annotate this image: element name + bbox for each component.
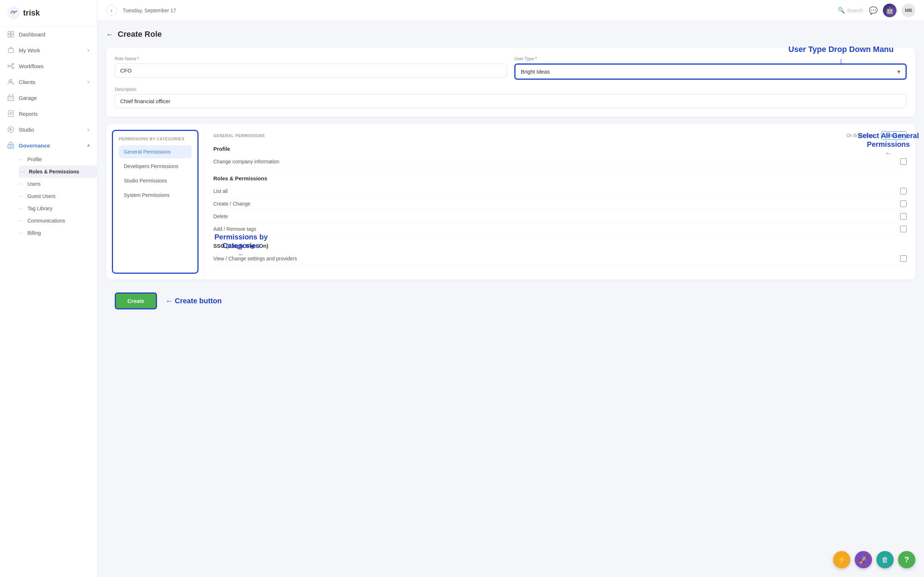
chat-icon[interactable]: 💬 [869, 6, 878, 15]
role-name-input[interactable] [115, 63, 507, 77]
perm-section-profile: Profile Change company information [213, 146, 907, 168]
topbar-icons: 💬 🤖 MB [869, 3, 915, 17]
sidebar-label-garage: Garage [19, 95, 37, 101]
fab-trash[interactable]: 🗑 [876, 551, 894, 568]
sidebar-label-my-work: My Work [19, 47, 40, 53]
create-role-form: Role Name * User Type * Bright Ideas Gen… [106, 48, 915, 117]
main-content: ‹ Tuesday, September 17 🔍 Search 💬 🤖 MB … [97, 0, 924, 577]
fab-help[interactable]: ? [898, 551, 915, 568]
subnav-users[interactable]: Users [19, 178, 97, 190]
topbar-search[interactable]: 🔍 Search [838, 7, 863, 14]
logo: trisk [0, 0, 97, 26]
perm-heading-sso: SSO (Single Sign On) [213, 243, 907, 249]
annotation-create-button: ← Create button [166, 297, 222, 305]
sidebar: trisk Dashboard My Work ∨ Workflows Clie… [0, 0, 97, 577]
permissions-card: PERMISSIONS BY CATEGORIES General Permis… [106, 124, 915, 279]
chevron-down-icon: ∨ [87, 48, 90, 53]
user-avatar[interactable]: MB [901, 3, 915, 17]
select-all-button[interactable]: Select All [881, 131, 907, 140]
sidebar-item-studio[interactable]: Studio ∨ [0, 121, 97, 137]
svg-rect-4 [8, 35, 10, 37]
permissions-header: GENERAL PERMISSIONS On Bright Idea... Se… [213, 131, 907, 140]
category-system[interactable]: System Permissions [119, 189, 192, 201]
svg-rect-6 [8, 49, 13, 53]
role-name-group: Role Name * [115, 56, 507, 80]
svg-point-1 [13, 12, 15, 14]
permissions-content: GENERAL PERMISSIONS On Bright Idea... Se… [204, 124, 915, 279]
permissions-categories: PERMISSIONS BY CATEGORIES General Permis… [112, 130, 199, 274]
perm-checkbox[interactable] [900, 255, 907, 262]
topbar-back-button[interactable]: ‹ [106, 5, 117, 16]
subnav-billing[interactable]: Billing [19, 227, 97, 239]
sidebar-label-dashboard: Dashboard [19, 31, 45, 37]
svg-rect-3 [11, 31, 14, 34]
perm-label: List all [213, 188, 228, 194]
sidebar-item-dashboard[interactable]: Dashboard [0, 26, 97, 42]
perm-heading-roles: Roles & Permissions [213, 175, 907, 181]
permissions-header-right: On Bright Idea... Select All [846, 131, 907, 140]
description-label: Description [115, 87, 907, 92]
topbar: ‹ Tuesday, September 17 🔍 Search 💬 🤖 MB [97, 0, 924, 21]
subnav-tag-library[interactable]: Tag Library [19, 202, 97, 214]
perm-row: View / Change settings and providers [213, 253, 907, 265]
svg-rect-11 [8, 96, 14, 101]
fab-container: ⚡ 🚀 🗑 ? [833, 551, 915, 568]
user-type-select[interactable]: Bright Ideas General Admin [515, 64, 906, 79]
sidebar-label-workflows: Workflows [19, 63, 44, 69]
description-input[interactable] [115, 94, 907, 108]
sidebar-item-my-work[interactable]: My Work ∨ [0, 42, 97, 58]
perm-checkbox[interactable] [900, 200, 907, 207]
category-studio[interactable]: Studio Permissions [119, 174, 192, 187]
perm-checkbox[interactable] [900, 226, 907, 232]
categories-title: PERMISSIONS BY CATEGORIES [119, 137, 192, 141]
svg-point-9 [12, 67, 14, 69]
sidebar-item-garage[interactable]: Garage [0, 90, 97, 106]
page-header: ← Create Role [106, 29, 915, 39]
perm-label: Create / Change [213, 201, 250, 206]
svg-point-10 [9, 80, 11, 82]
sidebar-item-governance[interactable]: Governance ∧ [0, 137, 97, 153]
perm-checkbox[interactable] [900, 213, 907, 220]
description-group: Description [115, 87, 907, 108]
page-back-arrow[interactable]: ← [106, 30, 113, 39]
perm-row: Change company information [213, 155, 907, 168]
svg-rect-15 [10, 146, 12, 147]
category-developers[interactable]: Developers Permissions [119, 160, 192, 173]
sidebar-item-workflows[interactable]: Workflows [0, 58, 97, 74]
fab-lightning[interactable]: ⚡ [833, 551, 850, 568]
search-label: Search [847, 8, 863, 13]
fab-rocket[interactable]: 🚀 [855, 551, 872, 568]
perm-row: Create / Change [213, 198, 907, 210]
logo-text: trisk [23, 8, 40, 18]
sidebar-label-governance: Governance [19, 142, 50, 148]
subnav-roles-permissions[interactable]: Roles & Permissions [19, 166, 97, 178]
perm-checkbox[interactable] [900, 188, 907, 194]
form-row-top: Role Name * User Type * Bright Ideas Gen… [115, 56, 907, 80]
sidebar-label-studio: Studio [19, 127, 34, 133]
perm-checkbox[interactable] [900, 158, 907, 165]
sidebar-label-reports: Reports [19, 111, 38, 117]
subnav-communications[interactable]: Communications [19, 214, 97, 227]
category-general[interactable]: General Permissions [119, 145, 192, 158]
chevron-up-icon: ∧ [87, 143, 90, 148]
sidebar-item-clients[interactable]: Clients ∨ [0, 74, 97, 90]
ai-assistant-avatar[interactable]: 🤖 [883, 3, 897, 17]
svg-point-7 [8, 65, 10, 67]
create-button[interactable]: Create [115, 292, 157, 309]
on-bright-idea-label: On Bright Idea... [846, 133, 878, 138]
role-name-label: Role Name * [115, 56, 507, 61]
perm-section-roles: Roles & Permissions List all Create / Ch… [213, 175, 907, 235]
perm-label: Change company information [213, 159, 279, 164]
sidebar-item-reports[interactable]: Reports [0, 106, 97, 121]
user-type-select-wrapper: Bright Ideas General Admin ▼ [514, 63, 907, 80]
svg-rect-2 [8, 31, 10, 34]
perm-row: Delete [213, 210, 907, 223]
subnav-profile[interactable]: Profile [19, 153, 97, 166]
subnav-guest-users[interactable]: Guest Users [19, 190, 97, 202]
chevron-down-icon: ∨ [87, 80, 90, 84]
permissions-area: PERMISSIONS BY CATEGORIES General Permis… [106, 124, 915, 279]
perm-row: List all [213, 185, 907, 198]
topbar-date: Tuesday, September 17 [123, 8, 832, 13]
perm-heading-profile: Profile [213, 146, 907, 152]
general-permissions-title: GENERAL PERMISSIONS [213, 134, 265, 138]
